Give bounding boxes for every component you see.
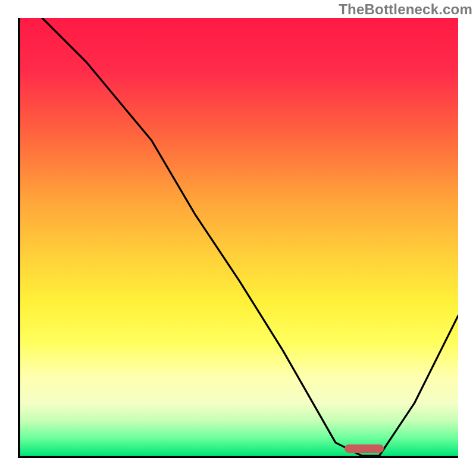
watermark-text: TheBottleneck.com	[339, 1, 472, 18]
chart-container: TheBottleneck.com	[0, 0, 476, 476]
plot-axes	[18, 18, 458, 458]
